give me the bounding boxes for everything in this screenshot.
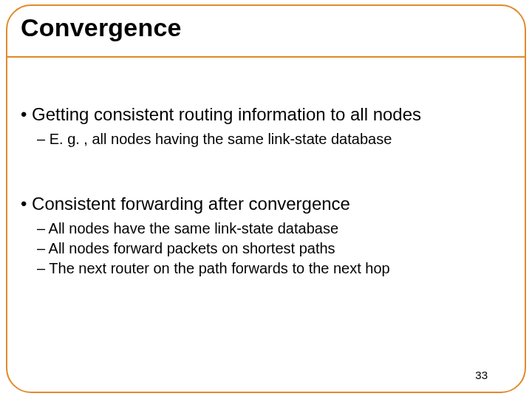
bullet-2-sub-3: – The next router on the path forwards t…	[37, 259, 511, 278]
bullet-1-sub-1: – E. g. , all nodes having the same link…	[37, 130, 511, 149]
bullet-2: • Consistent forwarding after convergenc…	[21, 193, 511, 215]
spacer	[21, 150, 511, 193]
page-number: 33	[475, 369, 488, 381]
bullet-2-sub-2: – All nodes forward packets on shortest …	[37, 239, 511, 258]
bullet-1: • Getting consistent routing information…	[21, 103, 511, 126]
slide-body: • Getting consistent routing information…	[21, 103, 511, 279]
slide-title: Convergence	[21, 13, 182, 42]
title-divider	[6, 56, 526, 58]
bullet-2-sub-1: – All nodes have the same link-state dat…	[37, 219, 511, 238]
slide: Convergence • Getting consistent routing…	[0, 0, 532, 399]
